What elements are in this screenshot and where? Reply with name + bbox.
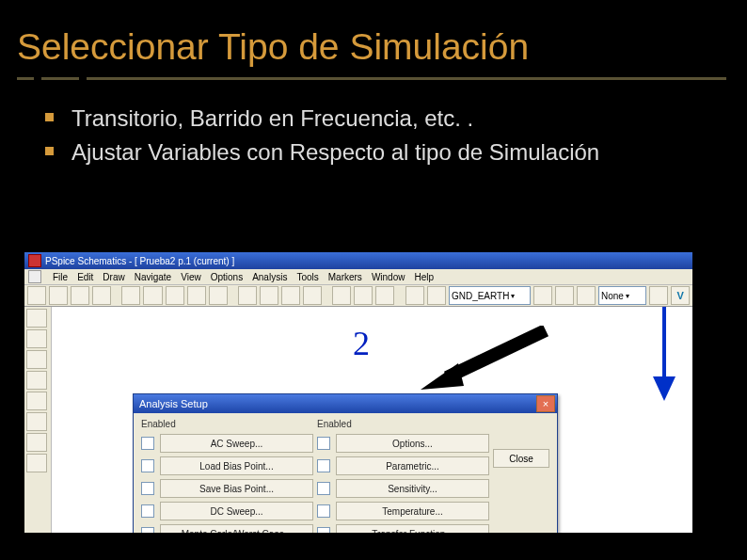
app-icon (28, 254, 41, 267)
ac-sweep-button[interactable]: AC Sweep... (160, 434, 313, 453)
open-button[interactable] (49, 286, 68, 305)
options-button[interactable]: Options... (336, 434, 489, 453)
menubar: File Edit Draw Navigate View Options Ana… (24, 269, 692, 285)
menu-view[interactable]: View (181, 272, 201, 282)
paste-button[interactable] (166, 286, 184, 305)
new-button[interactable] (27, 286, 46, 305)
sensitivity-button[interactable]: Sensitivity... (336, 479, 489, 498)
probe-button[interactable] (649, 286, 668, 305)
bullet-list: Transitorio, Barrido en Frecuencia, etc.… (0, 87, 747, 176)
svg-marker-3 (653, 376, 675, 401)
transfer-function-button[interactable]: Transfer Function... (336, 524, 489, 533)
dc-sweep-button[interactable]: DC Sweep... (160, 502, 313, 520)
checkbox-dc-sweep[interactable] (141, 504, 154, 518)
checkbox-monte-carlo[interactable] (141, 527, 154, 533)
v-button[interactable]: V (671, 286, 690, 305)
checkbox-ac-sweep[interactable] (141, 437, 154, 450)
close-icon[interactable]: × (536, 395, 555, 412)
draw-ab-button[interactable] (26, 433, 47, 452)
load-bias-button[interactable]: Load Bias Point... (160, 456, 313, 475)
side-toolbar (24, 307, 52, 533)
arrow-blue-icon (650, 307, 678, 401)
parametric-button[interactable]: Parametric... (336, 456, 489, 475)
divider (17, 77, 730, 87)
checkbox-transfer[interactable] (317, 527, 330, 533)
save-button[interactable] (71, 286, 89, 305)
checkbox-load-bias[interactable] (141, 459, 154, 472)
zoom-out-button[interactable] (260, 286, 278, 305)
menu-file[interactable]: File (53, 272, 68, 282)
zoom-area-button[interactable] (303, 286, 322, 305)
draw-line-button[interactable] (26, 350, 47, 369)
menu-options[interactable]: Options (211, 272, 243, 282)
checkbox-temperature[interactable] (317, 504, 330, 518)
close-button[interactable]: Close (493, 449, 549, 468)
checkbox-sensitivity[interactable] (317, 482, 330, 495)
checkbox-save-bias[interactable] (141, 482, 154, 495)
menu-window[interactable]: Window (372, 272, 405, 282)
zoom-in-button[interactable] (238, 286, 257, 305)
menu-edit[interactable]: Edit (77, 272, 93, 282)
menu-navigate[interactable]: Navigate (135, 272, 171, 282)
copy-button[interactable] (143, 286, 162, 305)
text-button[interactable] (375, 286, 394, 305)
draw-rect-button[interactable] (26, 309, 47, 328)
part-button[interactable] (332, 286, 351, 305)
draw-circle-button[interactable] (26, 329, 47, 348)
list-item: Ajustar Variables con Respecto al tipo d… (49, 137, 724, 168)
chevron-down-icon: ▾ (511, 292, 515, 300)
marker-v-button[interactable] (555, 286, 574, 305)
draw-text-button[interactable] (26, 412, 47, 431)
menu-help[interactable]: Help (414, 272, 434, 282)
menu-markers[interactable]: Markers (328, 272, 362, 282)
layers-button[interactable] (26, 454, 47, 472)
draw-poly-button[interactable] (26, 371, 47, 390)
marker-i-button[interactable] (577, 286, 596, 305)
schematic-canvas[interactable]: 2 Analysis Setup × Enable (52, 307, 692, 533)
toolbar: GND_EARTH ▾ None ▾ V (24, 285, 692, 307)
redo-button[interactable] (209, 286, 228, 305)
ground-select[interactable]: GND_EARTH ▾ (449, 286, 531, 305)
svg-line-0 (447, 330, 546, 377)
pspice-window: PSpice Schematics - [ Prueba2 p.1 (curre… (24, 252, 692, 533)
list-item: Transitorio, Barrido en Frecuencia, etc.… (49, 104, 724, 134)
window-titlebar: PSpice Schematics - [ Prueba2 p.1 (curre… (24, 252, 692, 269)
part-select[interactable]: None ▾ (598, 286, 646, 305)
annotation-2: 2 (353, 324, 370, 363)
checkbox-parametric[interactable] (317, 459, 330, 472)
menu-draw[interactable]: Draw (103, 272, 124, 282)
dialog-titlebar: Analysis Setup × (134, 394, 557, 413)
monte-carlo-button[interactable]: Monte Carlo/Worst Case... (160, 524, 313, 533)
ground-select-value: GND_EARTH (452, 291, 510, 301)
chevron-down-icon: ▾ (626, 292, 629, 300)
draw-arc-button[interactable] (26, 392, 47, 410)
enabled-header: Enabled (141, 419, 313, 430)
checkbox-options[interactable] (317, 437, 330, 450)
cut-button[interactable] (121, 286, 140, 305)
zoom-fit-button[interactable] (281, 286, 300, 305)
enabled-header: Enabled (317, 419, 489, 430)
dialog-title: Analysis Setup (139, 398, 208, 409)
menu-tools[interactable]: Tools (296, 272, 318, 282)
temperature-button[interactable]: Temperature... (336, 502, 489, 520)
wire-button[interactable] (354, 286, 373, 305)
part-select-value: None (601, 291, 624, 301)
run-button[interactable] (427, 286, 446, 305)
arrow-black-icon (419, 326, 550, 392)
undo-button[interactable] (187, 286, 206, 305)
ground-add-button[interactable] (533, 286, 552, 305)
menu-analysis[interactable]: Analysis (252, 272, 287, 282)
page-title: Seleccionar Tipo de Simulación (0, 0, 747, 77)
window-title: PSpice Schematics - [ Prueba2 p.1 (curre… (45, 256, 234, 266)
save-bias-button[interactable]: Save Bias Point... (160, 479, 313, 498)
analysis-setup-dialog: Analysis Setup × Enabled AC Sweep... Loa… (133, 393, 558, 533)
svg-marker-1 (421, 363, 464, 390)
print-button[interactable] (92, 286, 111, 305)
sim-setup-button[interactable] (405, 286, 424, 305)
doc-icon (28, 270, 41, 283)
